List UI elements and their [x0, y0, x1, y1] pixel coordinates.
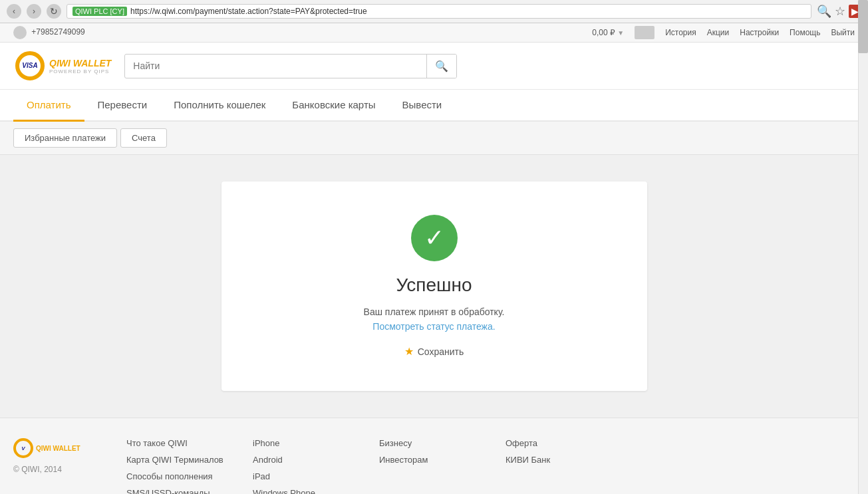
footer-logo-text: QIWI WALLET: [36, 445, 80, 452]
footer-link-ipad[interactable]: iPad: [253, 471, 353, 481]
nav-item-vyvesti[interactable]: Вывести: [389, 90, 456, 120]
footer-link-what-is-qiwi[interactable]: Что такое QIWI: [126, 438, 226, 448]
scrollbar-track[interactable]: [858, 0, 868, 494]
footer-link-iphone[interactable]: iPhone: [253, 438, 353, 448]
footer-link-ways-to-top-up[interactable]: Способы пополнения: [126, 471, 226, 481]
save-button[interactable]: ★ Сохранить: [261, 345, 607, 358]
scrollbar-thumb[interactable]: [858, 0, 868, 53]
browser-chrome: ‹ › ↻ QIWI PLC [CY] https://w.qiwi.com/p…: [0, 0, 868, 23]
url-bar[interactable]: QIWI PLC [CY] https://w.qiwi.com/payment…: [67, 4, 811, 19]
footer-link-business[interactable]: Бизнесу: [379, 438, 479, 448]
footer-col-1: Что такое QIWI Карта QIWI Терминалов Спо…: [126, 438, 226, 494]
main-nav: Оплатить Перевести Пополнить кошелек Бан…: [0, 90, 868, 122]
success-card: ✓ Успешно Ваш платеж принят в обработку.…: [221, 182, 647, 391]
footer-col-2: iPhone Android iPad Windows Phone Другие…: [253, 438, 353, 494]
logo-icon: VISA: [13, 49, 47, 82]
search-button[interactable]: 🔍: [426, 55, 456, 78]
footer-logo-circle: V: [13, 438, 33, 458]
footer-col-3: Бизнесу Инвесторам: [379, 438, 479, 494]
view-status-link[interactable]: Посмотреть статус платежа.: [372, 321, 495, 332]
footer-copyright: © QIWI, 2014: [13, 465, 100, 474]
search-bar[interactable]: 🔍: [124, 54, 457, 78]
refresh-button[interactable]: ↻: [47, 4, 61, 19]
browser-actions: 🔍 ☆ ▶: [817, 4, 861, 19]
search-input[interactable]: [125, 55, 426, 76]
footer-link-windows-phone[interactable]: Windows Phone: [253, 488, 353, 494]
footer-link-terminals[interactable]: Карта QIWI Терминалов: [126, 455, 226, 465]
footer: V QIWI WALLET © QIWI, 2014 Что такое QIW…: [0, 418, 868, 494]
footer-link-investors[interactable]: Инвесторам: [379, 455, 479, 465]
nav-item-bankovskie[interactable]: Банковские карты: [279, 90, 388, 120]
footer-link-oferta[interactable]: Оферта: [506, 438, 605, 448]
nav-item-perevesti[interactable]: Перевести: [84, 90, 161, 120]
url-text: https://w.qiwi.com/payment/state.action?…: [130, 7, 367, 16]
footer-logo: V QIWI WALLET: [13, 438, 100, 458]
browser-search-icon[interactable]: 🔍: [817, 4, 831, 19]
help-link[interactable]: Помощь: [790, 28, 820, 37]
phone-number: +79852749099: [13, 26, 85, 39]
save-label: Сохранить: [418, 346, 464, 357]
top-strip: +79852749099 0,00 ₽ ▼ История Акции Наст…: [0, 23, 868, 43]
browser-star-icon[interactable]: ☆: [835, 4, 845, 19]
actions-link[interactable]: Акции: [707, 28, 730, 37]
sub-nav-scheta[interactable]: Счета: [120, 128, 167, 148]
logo-text: QIWI WALLET POWERED BY QIPS: [49, 58, 111, 74]
balance: 0,00 ₽ ▼: [592, 28, 624, 37]
footer-link-android[interactable]: Android: [253, 455, 353, 465]
main-content: ✓ Успешно Ваш платеж принят в обработку.…: [0, 155, 868, 418]
settings-link[interactable]: Настройки: [740, 28, 779, 37]
logo: VISA QIWI WALLET POWERED BY QIPS: [13, 49, 111, 82]
nav-item-popolnit[interactable]: Пополнить кошелек: [160, 90, 279, 120]
success-message: Ваш платеж принят в обработку.: [261, 307, 607, 317]
footer-logo-area: V QIWI WALLET © QIWI, 2014: [13, 438, 100, 494]
sub-nav: Избранные платежи Счета: [0, 122, 868, 155]
nav-item-oplatit[interactable]: Оплатить: [13, 90, 84, 122]
sub-nav-izbrannyye[interactable]: Избранные платежи: [13, 128, 117, 148]
success-title: Успешно: [261, 275, 607, 296]
footer-link-kiwi-bank[interactable]: КИВИ Банк: [506, 455, 605, 465]
footer-link-sms-commands[interactable]: SMS/USSD-команды: [126, 488, 226, 494]
secure-badge: QIWI PLC [CY]: [72, 7, 127, 16]
history-link[interactable]: История: [665, 28, 696, 37]
footer-col-4: Оферта КИВИ Банк: [506, 438, 605, 494]
forward-button[interactable]: ›: [27, 4, 41, 19]
success-icon: ✓: [411, 215, 458, 261]
star-icon: ★: [404, 345, 414, 358]
logout-link[interactable]: Выйти: [831, 28, 855, 37]
back-button[interactable]: ‹: [7, 4, 21, 19]
header: VISA QIWI WALLET POWERED BY QIPS 🔍: [0, 43, 868, 90]
